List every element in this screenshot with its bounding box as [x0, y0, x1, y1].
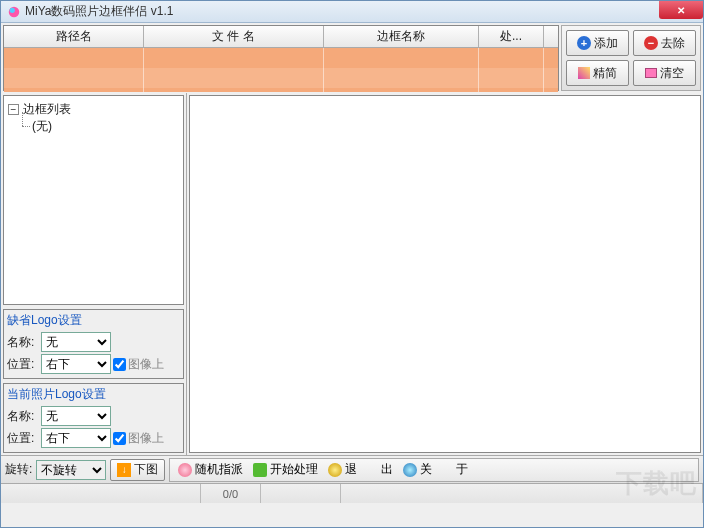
- left-pane: −边框列表 (无) 缺省Logo设置 名称: 无 位置: 右下 图像上 当前照片…: [1, 93, 187, 455]
- group-legend: 缺省Logo设置: [7, 312, 180, 329]
- tree-child-empty[interactable]: (无): [32, 118, 179, 135]
- wand-icon: [578, 67, 590, 79]
- next-image-button[interactable]: ↓下图: [110, 459, 165, 481]
- default-on-image-checkbox[interactable]: [113, 358, 126, 371]
- column-filename[interactable]: 文 件 名: [144, 26, 324, 47]
- app-icon: [7, 5, 21, 19]
- default-logo-group: 缺省Logo设置 名称: 无 位置: 右下 图像上: [3, 309, 184, 379]
- svg-point-1: [10, 7, 15, 12]
- start-process-button[interactable]: 开始处理: [249, 460, 322, 480]
- window-title: MiYa数码照片边框伴侣 v1.1: [25, 3, 173, 20]
- current-logo-name-select[interactable]: 无: [41, 406, 111, 426]
- rotate-label: 旋转:: [5, 461, 32, 478]
- exit-icon: [328, 463, 342, 477]
- name-label: 名称:: [7, 408, 39, 425]
- rotate-select[interactable]: 不旋转: [36, 460, 106, 480]
- close-button[interactable]: ✕: [659, 1, 703, 19]
- random-assign-button[interactable]: 随机指派: [174, 460, 247, 480]
- play-icon: [253, 463, 267, 477]
- default-logo-name-select[interactable]: 无: [41, 332, 111, 352]
- bottom-toolbar: 旋转: 不旋转 ↓下图 随机指派 开始处理 退 出 关 于: [1, 455, 703, 483]
- clear-button[interactable]: 清空: [633, 60, 696, 86]
- action-panel: +添加 −去除 精简 清空: [561, 25, 701, 91]
- column-frame[interactable]: 边框名称: [324, 26, 479, 47]
- add-button[interactable]: +添加: [566, 30, 629, 56]
- column-path[interactable]: 路径名: [4, 26, 144, 47]
- column-process[interactable]: 处...: [479, 26, 544, 47]
- status-cell: [1, 484, 201, 503]
- pos-label: 位置:: [7, 356, 39, 373]
- exit-button[interactable]: 退 出: [324, 460, 397, 480]
- status-cell: [341, 484, 703, 503]
- on-image-label: 图像上: [128, 356, 164, 373]
- main-toolbar: 随机指派 开始处理 退 出 关 于: [169, 458, 699, 482]
- default-logo-pos-select[interactable]: 右下: [41, 354, 111, 374]
- grid-header: 路径名 文 件 名 边框名称 处...: [4, 26, 558, 48]
- titlebar: MiYa数码照片边框伴侣 v1.1 ✕: [1, 1, 703, 23]
- flower-icon: [178, 463, 192, 477]
- current-logo-group: 当前照片Logo设置 名称: 无 位置: 右下 图像上: [3, 383, 184, 453]
- current-logo-pos-select[interactable]: 右下: [41, 428, 111, 448]
- grid-body[interactable]: [4, 48, 558, 92]
- remove-button[interactable]: −去除: [633, 30, 696, 56]
- down-arrow-icon: ↓: [117, 463, 131, 477]
- status-cell: [261, 484, 341, 503]
- eraser-icon: [645, 68, 657, 78]
- name-label: 名称:: [7, 334, 39, 351]
- file-grid[interactable]: 路径名 文 件 名 边框名称 处...: [3, 25, 559, 91]
- minus-icon: −: [644, 36, 658, 50]
- on-image-label: 图像上: [128, 430, 164, 447]
- status-bar: 0/0: [1, 483, 703, 503]
- simplify-button[interactable]: 精简: [566, 60, 629, 86]
- current-on-image-checkbox[interactable]: [113, 432, 126, 445]
- plus-icon: +: [577, 36, 591, 50]
- preview-pane: [189, 95, 701, 453]
- tree-root[interactable]: −边框列表: [8, 100, 179, 118]
- group-legend: 当前照片Logo设置: [7, 386, 180, 403]
- expand-icon[interactable]: −: [8, 104, 19, 115]
- frame-tree[interactable]: −边框列表 (无): [3, 95, 184, 305]
- status-counter: 0/0: [201, 484, 261, 503]
- about-button[interactable]: 关 于: [399, 460, 472, 480]
- pos-label: 位置:: [7, 430, 39, 447]
- info-icon: [403, 463, 417, 477]
